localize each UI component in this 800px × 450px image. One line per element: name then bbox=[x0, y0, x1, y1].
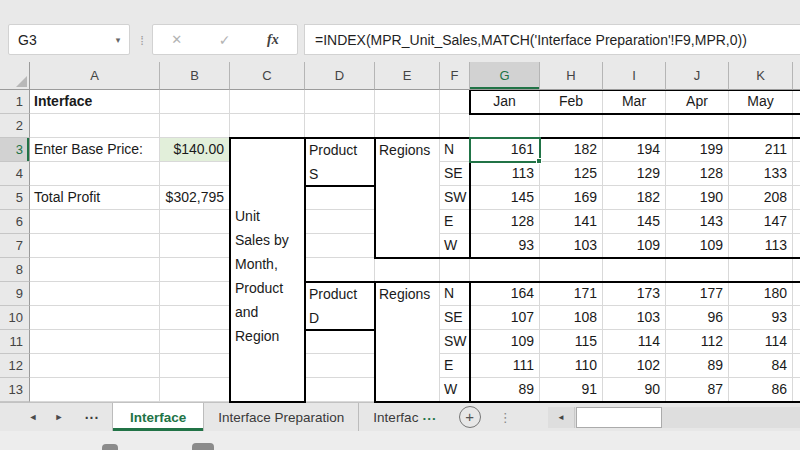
cancel-icon[interactable]: ✕ bbox=[171, 32, 182, 47]
cell-B3[interactable]: $140.00 bbox=[160, 138, 230, 162]
fill-handle[interactable] bbox=[536, 158, 542, 164]
cell-A7[interactable] bbox=[30, 234, 160, 258]
cell-overflow5[interactable] bbox=[793, 186, 800, 210]
cell-G13[interactable]: 89 bbox=[470, 378, 540, 402]
cell-I6[interactable]: 145 bbox=[603, 210, 666, 234]
row-header-3[interactable]: 3 bbox=[0, 138, 30, 162]
cell-F5[interactable]: SW bbox=[440, 186, 470, 210]
chevron-down-icon[interactable]: ▾ bbox=[107, 35, 129, 45]
cell-G3[interactable]: 161 bbox=[470, 138, 540, 162]
cell-K10[interactable]: 93 bbox=[729, 306, 793, 330]
cell-overflow10[interactable] bbox=[793, 306, 800, 330]
enter-icon[interactable]: ✓ bbox=[219, 32, 231, 48]
cell-A1[interactable]: Interface bbox=[30, 90, 160, 114]
cell-A6[interactable] bbox=[30, 210, 160, 234]
cell-K12[interactable]: 84 bbox=[729, 354, 793, 378]
column-header-J[interactable]: J bbox=[666, 62, 729, 90]
cell-K6[interactable]: 147 bbox=[729, 210, 793, 234]
cell-overflow2[interactable] bbox=[793, 114, 800, 138]
cell-F13[interactable]: W bbox=[440, 378, 470, 402]
merged-cell-product-s[interactable]: Product S bbox=[305, 138, 375, 186]
cell-F12[interactable]: E bbox=[440, 354, 470, 378]
column-header-G[interactable]: G bbox=[470, 62, 540, 90]
cell-G10[interactable]: 107 bbox=[470, 306, 540, 330]
sheet-nav-left-icon[interactable]: ◄ bbox=[20, 403, 46, 431]
cell-overflow1[interactable] bbox=[793, 90, 800, 114]
column-header-C[interactable]: C bbox=[230, 62, 305, 90]
cell-C2[interactable] bbox=[230, 114, 305, 138]
scrollbar-thumb[interactable] bbox=[576, 407, 662, 428]
row-header-12[interactable]: 12 bbox=[0, 354, 30, 378]
cell-H6[interactable]: 141 bbox=[540, 210, 603, 234]
cell-G4[interactable]: 113 bbox=[470, 162, 540, 186]
insert-function-icon[interactable]: fx bbox=[267, 32, 279, 48]
new-sheet-button[interactable]: + bbox=[459, 406, 481, 428]
cell-overflow3[interactable] bbox=[793, 138, 800, 162]
cell-I12[interactable]: 102 bbox=[603, 354, 666, 378]
cell-B13[interactable] bbox=[160, 378, 230, 402]
row-header-6[interactable]: 6 bbox=[0, 210, 30, 234]
cell-G11[interactable]: 109 bbox=[470, 330, 540, 354]
cell-H5[interactable]: 169 bbox=[540, 186, 603, 210]
sheet-nav-right-icon[interactable]: ► bbox=[46, 403, 72, 431]
row-header-9[interactable]: 9 bbox=[0, 282, 30, 306]
cell-K8[interactable] bbox=[729, 258, 793, 282]
column-header-D[interactable]: D bbox=[305, 62, 375, 90]
cell-K1[interactable]: May bbox=[729, 90, 793, 114]
row-header-1[interactable]: 1 bbox=[0, 90, 30, 114]
cell-G12[interactable]: 111 bbox=[470, 354, 540, 378]
cell-I4[interactable]: 129 bbox=[603, 162, 666, 186]
select-all-corner[interactable] bbox=[0, 62, 30, 90]
cell-D2[interactable] bbox=[305, 114, 375, 138]
cell-D11[interactable] bbox=[305, 330, 375, 354]
cell-D7[interactable] bbox=[305, 234, 375, 258]
cell-F3[interactable]: N bbox=[440, 138, 470, 162]
cell-A10[interactable] bbox=[30, 306, 160, 330]
cell-J13[interactable]: 87 bbox=[666, 378, 729, 402]
column-header-H[interactable]: H bbox=[540, 62, 603, 90]
cell-H12[interactable]: 110 bbox=[540, 354, 603, 378]
merged-cell-unit-sales-note[interactable]: Unit Sales by Month, Product and Region bbox=[230, 138, 305, 402]
cell-J11[interactable]: 112 bbox=[666, 330, 729, 354]
merged-cell-regions-s[interactable]: Regions bbox=[375, 138, 440, 258]
cell-H1[interactable]: Feb bbox=[540, 90, 603, 114]
column-header-overflow[interactable] bbox=[793, 62, 800, 90]
column-header-A[interactable]: A bbox=[30, 62, 160, 90]
cell-F2[interactable] bbox=[440, 114, 470, 138]
cell-B5[interactable]: $302,795 bbox=[160, 186, 230, 210]
cell-H9[interactable]: 171 bbox=[540, 282, 603, 306]
cell-A8[interactable] bbox=[30, 258, 160, 282]
cell-H13[interactable]: 91 bbox=[540, 378, 603, 402]
cell-B8[interactable] bbox=[160, 258, 230, 282]
cell-A5[interactable]: Total Profit bbox=[30, 186, 160, 210]
cell-F9[interactable]: N bbox=[440, 282, 470, 306]
cell-I8[interactable] bbox=[603, 258, 666, 282]
cell-I9[interactable]: 173 bbox=[603, 282, 666, 306]
column-header-I[interactable]: I bbox=[603, 62, 666, 90]
cell-F6[interactable]: E bbox=[440, 210, 470, 234]
merged-cell-product-d[interactable]: Product D bbox=[305, 282, 375, 330]
cell-K11[interactable]: 114 bbox=[729, 330, 793, 354]
tab-interface-preparation[interactable]: Interface Preparation bbox=[204, 403, 359, 431]
cell-A9[interactable] bbox=[30, 282, 160, 306]
cell-D12[interactable] bbox=[305, 354, 375, 378]
cell-A12[interactable] bbox=[30, 354, 160, 378]
cell-J6[interactable]: 143 bbox=[666, 210, 729, 234]
cell-overflow11[interactable] bbox=[793, 330, 800, 354]
cell-J10[interactable]: 96 bbox=[666, 306, 729, 330]
row-header-5[interactable]: 5 bbox=[0, 186, 30, 210]
cell-J5[interactable]: 190 bbox=[666, 186, 729, 210]
cell-B7[interactable] bbox=[160, 234, 230, 258]
name-box[interactable]: G3 ▾ bbox=[8, 24, 130, 55]
cell-I2[interactable] bbox=[603, 114, 666, 138]
cell-F4[interactable]: SE bbox=[440, 162, 470, 186]
cell-overflow4[interactable] bbox=[793, 162, 800, 186]
cell-H11[interactable]: 115 bbox=[540, 330, 603, 354]
column-header-B[interactable]: B bbox=[160, 62, 230, 90]
cell-overflow9[interactable] bbox=[793, 282, 800, 306]
cell-G1[interactable]: Jan bbox=[470, 90, 540, 114]
cell-B9[interactable] bbox=[160, 282, 230, 306]
cell-G7[interactable]: 93 bbox=[470, 234, 540, 258]
cell-H4[interactable]: 125 bbox=[540, 162, 603, 186]
cell-A4[interactable] bbox=[30, 162, 160, 186]
